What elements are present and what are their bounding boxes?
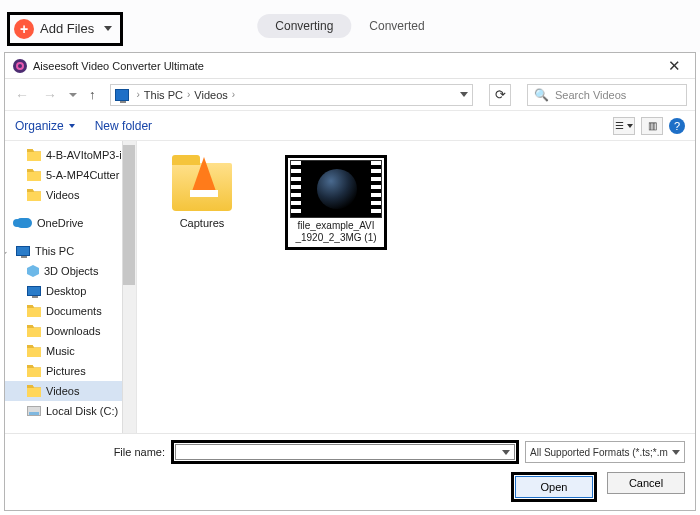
folder-icon <box>172 163 232 211</box>
help-button[interactable]: ? <box>669 118 685 134</box>
sidebar-item-desktop[interactable]: Desktop <box>5 281 136 301</box>
sidebar[interactable]: 4-B-AVItoMP3-i 5-A-MP4Cutter Videos ›One… <box>5 141 137 433</box>
film-sprocket-icon <box>371 161 381 217</box>
sidebar-item-downloads[interactable]: Downloads <box>5 321 136 341</box>
dialog-body: 4-B-AVItoMP3-i 5-A-MP4Cutter Videos ›One… <box>5 141 695 433</box>
sidebar-item-label: 4-B-AVItoMP3-i <box>46 149 122 161</box>
file-type-label: All Supported Formats (*.ts;*.m <box>530 447 668 458</box>
thumbnail-image <box>317 169 357 209</box>
chevron-right-icon: › <box>187 89 190 100</box>
sidebar-item-folder[interactable]: Videos <box>5 185 136 205</box>
sidebar-item-label: Local Disk (C:) <box>46 405 118 417</box>
search-input[interactable]: 🔍 Search Videos <box>527 84 687 106</box>
main-tabs: Converting Converted <box>257 14 442 38</box>
breadcrumb-videos[interactable]: Videos <box>194 89 227 101</box>
refresh-button[interactable]: ⟳ <box>489 84 511 106</box>
sidebar-item-label: 5-A-MP4Cutter <box>46 169 119 181</box>
nav-back-button[interactable]: ← <box>13 87 31 103</box>
sidebar-item-folder[interactable]: 5-A-MP4Cutter <box>5 165 136 185</box>
dialog-bottom: File name: All Supported Formats (*.ts;*… <box>5 433 695 510</box>
folder-label: Captures <box>180 217 225 229</box>
caret-down-icon <box>69 124 75 128</box>
vlc-cone-icon <box>190 157 218 197</box>
chevron-right-icon: › <box>232 89 235 100</box>
breadcrumb-dropdown-icon[interactable] <box>460 92 468 97</box>
filename-label: File name: <box>15 446 165 458</box>
open-button-highlight: Open <box>511 472 597 502</box>
app-logo-icon <box>13 59 27 73</box>
dialog-title: Aiseesoft Video Converter Ultimate <box>33 60 662 72</box>
folder-icon <box>27 345 41 357</box>
sidebar-item-label: OneDrive <box>37 217 83 229</box>
sidebar-item-folder[interactable]: 4-B-AVItoMP3-i <box>5 145 136 165</box>
preview-pane-button[interactable]: ▥ <box>641 117 663 135</box>
organize-label: Organize <box>15 119 64 133</box>
sidebar-scrollbar[interactable] <box>122 141 136 433</box>
tab-converting[interactable]: Converting <box>257 14 351 38</box>
file-open-dialog: Aiseesoft Video Converter Ultimate ✕ ← →… <box>4 52 696 511</box>
pc-icon <box>16 246 30 256</box>
breadcrumb[interactable]: › This PC › Videos › <box>110 84 474 106</box>
scrollbar-thumb[interactable] <box>123 145 135 285</box>
folder-icon <box>27 325 41 337</box>
organize-button[interactable]: Organize <box>15 119 75 133</box>
sidebar-item-label: Pictures <box>46 365 86 377</box>
sidebar-item-pictures[interactable]: Pictures <box>5 361 136 381</box>
breadcrumb-pc[interactable]: This PC <box>144 89 183 101</box>
add-files-button[interactable]: + Add Files <box>7 12 123 46</box>
nav-up-button[interactable]: ↑ <box>87 87 98 102</box>
chevron-right-icon: › <box>137 89 140 100</box>
file-type-filter[interactable]: All Supported Formats (*.ts;*.m <box>525 441 685 463</box>
view-mode-button[interactable]: ☰ <box>613 117 635 135</box>
file-item-video-selected[interactable]: file_example_AVI_1920_2_3MG (1) <box>285 155 387 250</box>
nav-history-caret-icon[interactable] <box>69 93 77 97</box>
file-label: file_example_AVI_1920_2_3MG (1) <box>295 220 376 243</box>
sidebar-item-onedrive[interactable]: ›OneDrive <box>5 213 136 233</box>
new-folder-button[interactable]: New folder <box>95 119 152 133</box>
cancel-button[interactable]: Cancel <box>607 472 685 494</box>
close-button[interactable]: ✕ <box>662 57 687 75</box>
search-placeholder: Search Videos <box>555 89 626 101</box>
folder-icon <box>27 365 41 377</box>
sidebar-item-label: Documents <box>46 305 102 317</box>
sidebar-item-label: Desktop <box>46 285 86 297</box>
nav-row: ← → ↑ › This PC › Videos › ⟳ 🔍 Search Vi… <box>5 79 695 111</box>
filename-input[interactable] <box>175 444 515 460</box>
caret-down-icon <box>627 124 633 128</box>
folder-item-captures[interactable]: Captures <box>147 155 257 229</box>
sidebar-item-local-disk[interactable]: Local Disk (C:) <box>5 401 136 421</box>
tab-converted[interactable]: Converted <box>351 14 442 38</box>
sidebar-item-label: Downloads <box>46 325 100 337</box>
search-icon: 🔍 <box>534 88 549 102</box>
add-files-label: Add Files <box>40 21 94 36</box>
folder-icon <box>27 385 41 397</box>
open-button[interactable]: Open <box>515 476 593 498</box>
sidebar-item-music[interactable]: Music <box>5 341 136 361</box>
filename-input-highlight <box>171 440 519 464</box>
dropdown-caret-icon <box>104 26 112 31</box>
caret-down-icon <box>672 450 680 455</box>
desktop-icon <box>27 286 41 296</box>
dialog-titlebar: Aiseesoft Video Converter Ultimate ✕ <box>5 53 695 79</box>
sidebar-item-label: Music <box>46 345 75 357</box>
file-list-pane[interactable]: Captures file_example_AVI_1920_2_3MG (1) <box>137 141 695 433</box>
plus-icon: + <box>14 19 34 39</box>
sidebar-item-documents[interactable]: Documents <box>5 301 136 321</box>
video-thumbnail <box>290 160 382 218</box>
sidebar-item-3d-objects[interactable]: 3D Objects <box>5 261 136 281</box>
folder-icon <box>27 169 41 181</box>
sidebar-item-label: Videos <box>46 189 79 201</box>
folder-icon <box>27 149 41 161</box>
sidebar-item-videos[interactable]: Videos <box>5 381 136 401</box>
sidebar-item-label: 3D Objects <box>44 265 98 277</box>
sidebar-item-this-pc[interactable]: ⌄This PC <box>5 241 136 261</box>
sidebar-item-label: This PC <box>35 245 74 257</box>
cube-icon <box>27 265 39 277</box>
sidebar-item-network[interactable]: ›Network <box>5 429 136 433</box>
folder-icon <box>27 305 41 317</box>
caret-down-icon[interactable] <box>502 450 510 455</box>
onedrive-icon <box>16 218 32 228</box>
sidebar-item-label: Videos <box>46 385 79 397</box>
nav-forward-button[interactable]: → <box>41 87 59 103</box>
toolbar-row: Organize New folder ☰ ▥ ? <box>5 111 695 141</box>
